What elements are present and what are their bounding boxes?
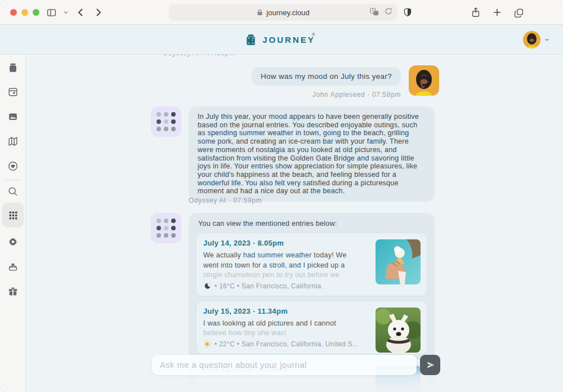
- sun-icon: [203, 340, 211, 348]
- sidebar-item-gift[interactable]: [2, 280, 24, 302]
- new-tab-icon[interactable]: [491, 6, 503, 19]
- ai-message-bubble: In July this year, your mood appears to …: [189, 106, 435, 202]
- send-button[interactable]: [420, 355, 440, 375]
- odyssey-ai-avatar: [151, 213, 181, 243]
- entry-weather-location: • 22°C • San Francisco, California, Unit…: [215, 340, 359, 348]
- sidebar-item-ai-apps[interactable]: [2, 203, 24, 228]
- app-header: JOURNEY®: [0, 25, 563, 55]
- sidebar-item-atlas[interactable]: [2, 131, 24, 152]
- back-icon[interactable]: [74, 6, 87, 19]
- sidebar-item-media[interactable]: [2, 106, 24, 127]
- user-message-text: How was my mood on July this year?: [261, 72, 392, 81]
- entry-text-line: I was looking at old pictures and I cann…: [203, 319, 372, 329]
- zoom-button[interactable]: [33, 9, 39, 16]
- chat-input[interactable]: [152, 355, 417, 375]
- composer: [152, 355, 417, 375]
- translate-icon[interactable]: [369, 7, 379, 17]
- url-text: journey.cloud: [266, 8, 309, 17]
- entry-text-line: We actually had summer weather today! We: [203, 251, 372, 261]
- atlas-icon: [7, 136, 19, 147]
- browser-window: journey.cloud JOURNEY®: [0, 0, 563, 392]
- entry-text-line: went into town for a stroll, and I picke…: [203, 261, 372, 271]
- search-icon: [7, 186, 19, 197]
- app-sidebar: [0, 55, 26, 392]
- chevron-down-icon[interactable]: [60, 6, 72, 19]
- moon-icon: [203, 282, 211, 290]
- chevron-down-icon: [544, 37, 549, 42]
- ice-cream-photo[interactable]: [376, 239, 421, 284]
- privacy-shield-icon[interactable]: [401, 6, 414, 19]
- account-menu[interactable]: [523, 31, 549, 48]
- tab-overview-icon[interactable]: [512, 6, 525, 19]
- sidebar-item-settings[interactable]: [2, 231, 24, 252]
- calendar-icon: [7, 86, 19, 97]
- sidebar-divider: [5, 180, 21, 180]
- dots-grid-icon: [157, 219, 176, 238]
- gift-icon: [7, 286, 19, 297]
- sidebar-item-favorites[interactable]: [2, 155, 24, 177]
- sidebar-toggle-icon[interactable]: [45, 6, 57, 19]
- dog-photo[interactable]: [376, 308, 421, 353]
- ai-message-text: In July this year, your mood appears to …: [198, 113, 419, 195]
- entry-text-line-faded: believe how tiny she was!: [203, 328, 372, 338]
- lock-icon: [257, 9, 263, 16]
- share-icon[interactable]: [470, 6, 482, 19]
- clipped-message-meta: Odyssey AI · 07:58pm: [163, 55, 235, 57]
- journal-entry-card[interactable]: July 14, 2023 · 8.05pm We actually had s…: [196, 233, 427, 296]
- journey-logo[interactable]: JOURNEY®: [0, 25, 563, 55]
- dots-grid-icon: [157, 112, 176, 131]
- journal-jar-icon: [7, 62, 19, 73]
- reload-icon[interactable]: [384, 7, 393, 17]
- ai-apps-icon: [8, 210, 19, 221]
- avatar: [409, 65, 439, 96]
- odyssey-ai-avatar: [151, 106, 181, 137]
- account-avatar[interactable]: [523, 31, 540, 48]
- user-message-bubble: How was my mood on July this year?: [252, 67, 401, 86]
- minimize-button[interactable]: [21, 9, 28, 16]
- sidebar-item-search[interactable]: [2, 181, 24, 202]
- forward-icon[interactable]: [92, 6, 105, 19]
- sidebar-item-celebration[interactable]: [2, 256, 24, 277]
- ai-message-meta: Odyssey AI · 07:59pm: [189, 197, 262, 204]
- user-message-meta: John Appleseed · 07:58pm: [312, 91, 401, 99]
- browser-toolbar: journey.cloud: [0, 0, 563, 25]
- celebration-icon: [7, 261, 19, 272]
- entries-intro-text: You can view the mentioned entries below…: [198, 220, 427, 228]
- send-icon: [425, 360, 435, 370]
- user-chat-avatar: [409, 65, 439, 96]
- close-button[interactable]: [10, 9, 17, 16]
- journal-entry-card[interactable]: July 15, 2023 · 11.34pm I was looking at…: [196, 301, 427, 354]
- favorites-icon: [7, 161, 19, 172]
- entry-weather-location: • 16°C • San Francisco, California: [215, 282, 321, 290]
- chat-area: Odyssey AI · 07:58pm How was my mood on …: [26, 55, 563, 392]
- sidebar-item-calendar[interactable]: [2, 81, 24, 103]
- media-icon: [7, 111, 19, 122]
- settings-icon: [7, 236, 19, 247]
- sidebar-item-journal[interactable]: [2, 57, 24, 78]
- address-bar[interactable]: journey.cloud: [169, 4, 397, 21]
- registered-mark: ®: [312, 32, 315, 37]
- entry-text-line-faded: single chameleon pen to try out before w…: [203, 270, 372, 280]
- journey-jar-logo-icon: [244, 33, 257, 46]
- brand-name: JOURNEY: [262, 35, 315, 44]
